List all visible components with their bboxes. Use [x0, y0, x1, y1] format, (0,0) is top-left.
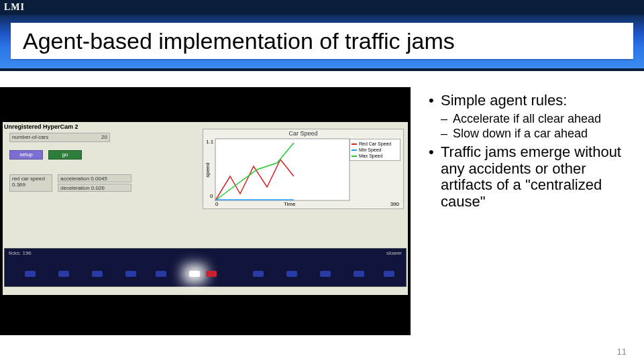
bullet-item: Traffic jams emerge without any accident… — [427, 144, 628, 210]
car-icon — [286, 271, 297, 277]
page-number: 11 — [617, 347, 627, 357]
traffic-road-strip: ticks: 196 slower — [4, 248, 407, 287]
car-icon — [354, 271, 364, 277]
media-frame: Unregistered HyperCam 2 number-of-cars 2… — [0, 87, 411, 335]
slower-label: slower — [386, 250, 402, 256]
car-icon — [125, 271, 136, 277]
acceleration-slider[interactable]: acceleration 0.0045 — [58, 174, 131, 182]
red-speed-value: 0.369 — [12, 182, 50, 188]
num-cars-label: number-of-cars — [12, 134, 48, 140]
body-area: Unregistered HyperCam 2 number-of-cars 2… — [0, 87, 644, 362]
bullet-text: Simple agent rules: — [441, 92, 567, 109]
car-icon — [384, 271, 394, 277]
sub-item: Accelerate if all clear ahead — [441, 112, 628, 125]
bullet-text: Traffic jams emerge without any accident… — [441, 143, 621, 210]
car-icon — [320, 271, 331, 277]
red-speed-monitor: red car speed 0.369 — [9, 174, 52, 192]
bullet-item: Simple agent rules: Accelerate if all cl… — [427, 93, 628, 140]
car-speed-chart: Car Speed Red Car Speed Min Speed Max Sp… — [203, 129, 404, 209]
setup-button[interactable]: setup — [9, 150, 43, 160]
car-icon — [253, 271, 264, 277]
ticks-label: ticks: 196 — [9, 250, 32, 256]
num-cars-value: 20 — [101, 134, 107, 140]
brand-bar: LMI — [0, 0, 644, 15]
car-icon — [58, 271, 69, 277]
car-icon — [156, 271, 166, 277]
media-column: Unregistered HyperCam 2 number-of-cars 2… — [0, 87, 413, 362]
red-speed-label: red car speed — [12, 176, 50, 182]
num-cars-slider[interactable]: number-of-cars 20 — [9, 133, 110, 142]
car-icon — [25, 271, 36, 277]
chart-svg — [203, 129, 405, 210]
car-icon — [189, 271, 200, 277]
text-column: Simple agent rules: Accelerate if all cl… — [413, 87, 644, 362]
sub-list: Accelerate if all clear ahead Slow down … — [441, 112, 628, 140]
bullet-list: Simple agent rules: Accelerate if all cl… — [427, 93, 628, 210]
title-band: Agent-based implementation of traffic ja… — [0, 15, 644, 71]
car-icon — [92, 271, 103, 277]
brand-label: LMI — [4, 2, 25, 13]
svg-rect-0 — [215, 139, 350, 200]
watermark-label: Unregistered HyperCam 2 — [4, 123, 78, 130]
car-icon — [206, 271, 217, 277]
deceleration-slider[interactable]: deceleration 0.026 — [58, 184, 131, 192]
go-button[interactable]: go — [48, 150, 82, 160]
title-inset: Agent-based implementation of traffic ja… — [11, 23, 633, 59]
slide-title: Agent-based implementation of traffic ja… — [23, 28, 455, 54]
sub-item: Slow down if a car ahead — [441, 127, 628, 140]
